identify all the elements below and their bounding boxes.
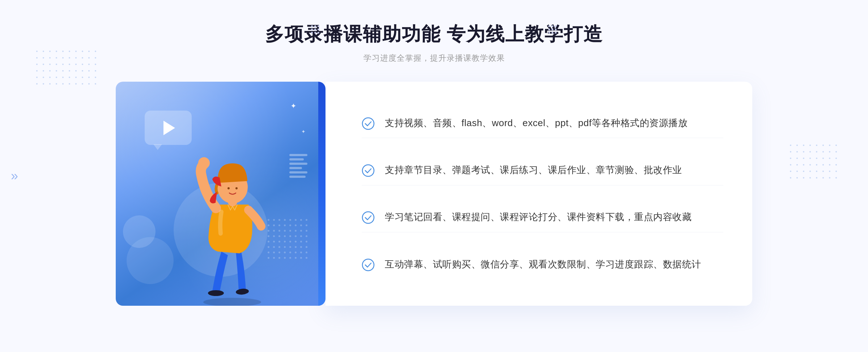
- feature-item-1: 支持视频、音频、flash、word、excel、ppt、pdf等各种格式的资源…: [362, 108, 723, 138]
- header-section: 多项录播课辅助功能 专为线上教学打造 学习进度全掌握，提升录播课教学效果: [0, 0, 868, 74]
- content-area: ✦ ✦: [116, 82, 752, 306]
- sparkle-icon-1: ✦: [290, 102, 297, 110]
- svg-point-10: [362, 212, 374, 223]
- feature-text-1: 支持视频、音频、flash、word、excel、ppt、pdf等各种格式的资源…: [385, 116, 688, 131]
- svg-point-2: [235, 288, 249, 295]
- sparkle-icon-2: ✦: [301, 129, 306, 134]
- page-container: » 多项录播课辅助功能 专为线上教学打造 学习进度全掌握，提升录播课教学效果: [0, 0, 868, 352]
- feature-text-4: 互动弹幕、试听购买、微信分享、观看次数限制、学习进度跟踪、数据统计: [385, 257, 701, 272]
- blue-accent-bar: [318, 82, 326, 306]
- check-icon-3: [362, 211, 375, 224]
- person-illustration: [174, 132, 290, 306]
- page-subtitle: 学习进度全掌握，提升录播课教学效果: [0, 53, 868, 64]
- feature-item-2: 支持章节目录、弹题考试、课后练习、课后作业、章节测验、批改作业: [362, 155, 723, 185]
- check-icon-4: [362, 258, 375, 271]
- svg-point-0: [203, 298, 261, 306]
- svg-point-3: [198, 157, 210, 169]
- stripe-decoration: [289, 154, 307, 190]
- feature-text-2: 支持章节目录、弹题考试、课后练习、课后作业、章节测验、批改作业: [385, 163, 682, 178]
- left-arrow-decoration: »: [11, 168, 18, 184]
- features-card: 支持视频、音频、flash、word、excel、ppt、pdf等各种格式的资源…: [326, 82, 752, 306]
- bg-dots-decoration-right: [790, 145, 839, 194]
- deco-circle-2: [127, 237, 174, 284]
- svg-point-9: [362, 165, 374, 176]
- svg-point-6: [227, 187, 230, 189]
- page-title: 多项录播课辅助功能 专为线上教学打造: [0, 22, 868, 47]
- svg-point-11: [362, 259, 374, 271]
- header-dots-left: [311, 25, 320, 34]
- illustration-card: ✦ ✦: [116, 82, 326, 306]
- check-icon-1: [362, 117, 375, 130]
- svg-point-8: [362, 118, 374, 129]
- header-dots-right: [548, 25, 557, 34]
- feature-item-4: 互动弹幕、试听购买、微信分享、观看次数限制、学习进度跟踪、数据统计: [362, 250, 723, 279]
- feature-item-3: 学习笔记回看、课程提问、课程评论打分、课件资料下载，重点内容收藏: [362, 202, 723, 232]
- feature-text-3: 学习笔记回看、课程提问、课程评论打分、课件资料下载，重点内容收藏: [385, 210, 692, 225]
- play-icon: [163, 121, 175, 135]
- svg-point-1: [208, 290, 224, 296]
- check-icon-2: [362, 164, 375, 177]
- svg-point-7: [235, 187, 238, 189]
